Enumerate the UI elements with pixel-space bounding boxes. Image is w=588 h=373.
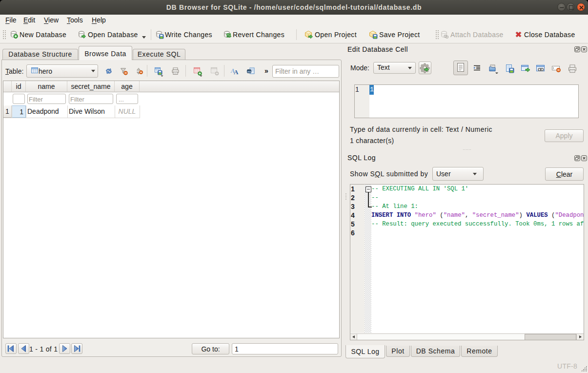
svg-text:A: A bbox=[234, 68, 239, 76]
